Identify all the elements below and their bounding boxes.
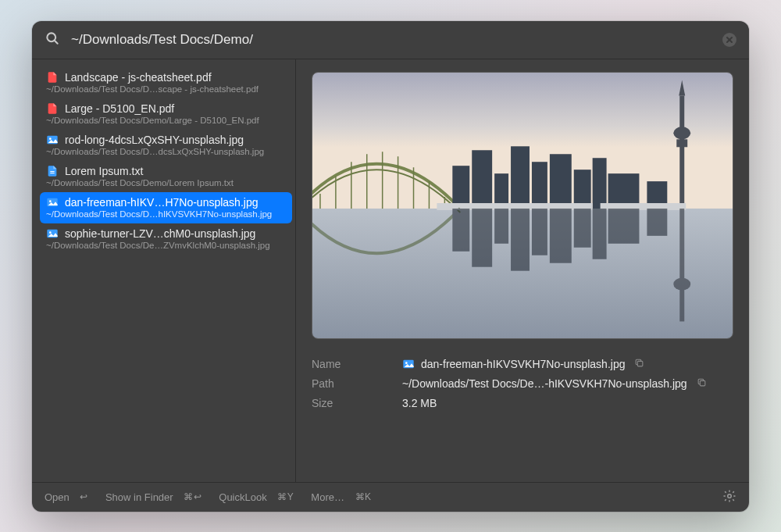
copy-path-button[interactable] [697,377,707,390]
text-file-icon [46,165,59,177]
svg-rect-30 [593,158,607,209]
result-title: dan-freeman-hIKV…H7No-unsplash.jpg [65,196,258,209]
result-path: ~/Downloads/Test Docs/Demo/Large - D5100… [46,116,286,125]
svg-rect-28 [550,154,572,209]
svg-point-35 [673,127,690,139]
result-title: Lorem Ipsum.txt [65,165,143,177]
svg-rect-48 [647,208,667,235]
more-action[interactable]: More… ⌘K [311,491,371,503]
footer-actions: Open ↩ Show in Finder ⌘↩ QuickLook ⌘Y Mo… [32,482,749,512]
pdf-icon [46,71,59,84]
main-split: Landscape - js-cheatsheet.pdf~/Downloads… [32,59,749,482]
result-item[interactable]: Landscape - js-cheatsheet.pdf~/Downloads… [40,67,292,98]
svg-point-5 [49,137,52,140]
results-list: Landscape - js-cheatsheet.pdf~/Downloads… [32,59,296,482]
svg-rect-41 [494,208,508,243]
svg-point-55 [728,494,732,498]
preview-image [312,72,733,339]
meta-name-value: dan-freeman-hIKVSVKH7No-unsplash.jpg [421,358,625,370]
preview-metadata: Name dan-freeman-hIKVSVKH7No-unsplash.jp… [312,358,733,416]
meta-path-label: Path [312,377,402,390]
result-path: ~/Downloads/Test Docs/D…hIKVSVKH7No-unsp… [46,209,286,219]
pdf-icon [46,102,59,115]
svg-rect-45 [574,208,591,247]
svg-rect-43 [532,208,547,255]
svg-point-11 [49,231,52,234]
result-title: sophie-turner-LZV…chM0-unsplash.jpg [65,227,255,240]
result-path: ~/Downloads/Test Docs/Demo/Lorem Ipsum.t… [46,178,286,187]
quicklook-action[interactable]: QuickLook ⌘Y [219,491,294,503]
svg-rect-24 [472,150,492,209]
svg-rect-7 [50,173,54,173]
image-icon [46,134,59,146]
result-title: rod-long-4dcsLxQxSHY-unsplash.jpg [65,134,244,146]
svg-rect-49 [679,208,684,320]
result-item[interactable]: Lorem Ipsum.txt~/Downloads/Test Docs/Dem… [40,161,292,192]
svg-rect-46 [593,208,607,259]
svg-rect-39 [452,208,469,251]
svg-rect-54 [700,380,705,386]
svg-point-9 [49,200,52,202]
show-in-finder-action[interactable]: Show in Finder ⌘↩ [105,491,201,503]
search-bar [32,21,749,59]
svg-rect-40 [472,208,492,266]
result-item[interactable]: dan-freeman-hIKV…H7No-unsplash.jpg~/Down… [40,192,292,223]
search-input[interactable] [71,32,711,48]
gear-icon[interactable] [722,489,736,505]
svg-rect-33 [679,95,684,208]
search-icon [45,30,60,49]
result-item[interactable]: rod-long-4dcsLxQxSHY-unsplash.jpg~/Downl… [40,130,292,161]
meta-size-value: 3.2 MB [402,397,437,409]
result-path: ~/Downloads/Test Docs/De…ZVmvKlchM0-unsp… [46,241,286,250]
spotlight-window: Landscape - js-cheatsheet.pdf~/Downloads… [32,21,749,512]
svg-rect-27 [532,162,547,209]
copy-name-button[interactable] [634,358,644,370]
meta-size-label: Size [312,397,402,409]
svg-rect-44 [550,208,572,262]
result-item[interactable]: sophie-turner-LZV…chM0-unsplash.jpg~/Dow… [40,223,292,255]
svg-rect-6 [50,171,54,172]
image-icon [46,196,59,209]
result-path: ~/Downloads/Test Docs/D…dcsLxQxSHY-unspl… [46,147,286,156]
image-icon [402,358,415,370]
result-title: Large - D5100_EN.pdf [65,102,174,115]
result-path: ~/Downloads/Test Docs/D…scape - js-cheat… [46,84,286,94]
image-icon [46,227,59,240]
svg-rect-36 [676,139,687,147]
svg-point-50 [673,277,690,290]
svg-rect-42 [511,208,530,270]
meta-path-value: ~/Downloads/Test Docs/De…-hIKVSVKH7No-un… [402,377,687,390]
meta-name-label: Name [312,358,402,370]
clear-search-button[interactable] [722,33,736,47]
svg-rect-26 [511,146,530,209]
svg-rect-23 [452,166,469,209]
svg-rect-29 [574,170,591,209]
preview-pane: Name dan-freeman-hIKVSVKH7No-unsplash.jp… [296,59,749,482]
svg-point-52 [405,362,408,364]
open-action[interactable]: Open ↩ [45,491,88,503]
result-title: Landscape - js-cheatsheet.pdf [65,71,212,84]
result-item[interactable]: Large - D5100_EN.pdf~/Downloads/Test Doc… [40,98,292,130]
svg-line-1 [55,40,58,43]
svg-rect-47 [608,208,640,243]
svg-rect-53 [638,361,644,366]
